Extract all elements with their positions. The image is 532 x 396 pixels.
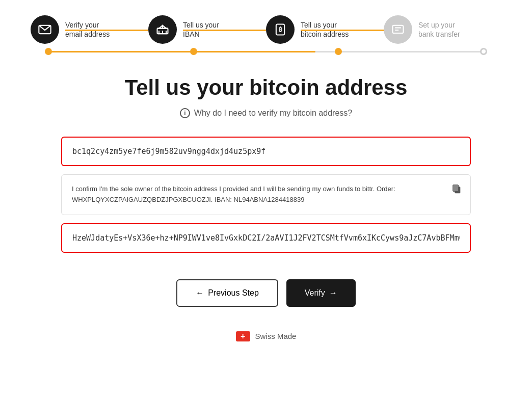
step-bank-transfer: Set up your bank transfer [384, 15, 501, 44]
info-icon[interactable]: i [180, 108, 190, 118]
confirm-text: I confirm I'm the sole owner of the bitc… [72, 185, 395, 203]
transfer-icon [391, 22, 405, 37]
previous-step-label: Previous Step [208, 288, 259, 298]
bitcoin-icon: ₿ [273, 22, 287, 37]
copy-icon[interactable] [451, 183, 462, 198]
verify-label: Verify [305, 288, 325, 298]
verify-button[interactable]: Verify → [286, 279, 356, 307]
step-label-bank-1: Set up your [418, 20, 460, 30]
form-area: I confirm I'm the sole owner of the bitc… [61, 137, 471, 261]
step-text-bank-transfer: Set up your bank transfer [418, 20, 460, 39]
step-icon-iban [148, 15, 177, 44]
step-label-iban-1: Tell us your [183, 20, 219, 30]
main-content: Tell us your bitcoin address i Why do I … [0, 55, 532, 341]
step-icon-bank-transfer [384, 15, 412, 44]
step-verify-email: Verify your email address [31, 15, 148, 44]
signature-input[interactable] [61, 223, 471, 253]
progress-line [31, 48, 501, 55]
progress-dot-3 [335, 48, 342, 55]
arrow-right-icon: → [329, 288, 337, 298]
stepper: Verify your email address Tell us your I… [0, 0, 532, 44]
confirm-box: I confirm I'm the sole owner of the bitc… [61, 174, 471, 215]
copy-svg [451, 183, 462, 194]
step-text-verify-email: Verify your email address [65, 20, 110, 39]
button-row: ← Previous Step Verify → [61, 279, 471, 307]
step-text-iban: Tell us your IBAN [183, 20, 219, 39]
svg-rect-10 [393, 25, 404, 33]
step-icon-verify-email [31, 15, 59, 44]
swiss-flag [236, 331, 250, 341]
step-label-bank-2: bank transfer [418, 30, 460, 39]
page-title: Tell us your bitcoin address [61, 75, 471, 100]
step-icon-bitcoin: ₿ [266, 15, 295, 44]
email-icon [38, 22, 52, 37]
step-text-bitcoin: Tell us your bitcoin address [301, 20, 349, 39]
step-iban: Tell us your IBAN [148, 15, 266, 44]
step-bitcoin: ₿ Tell us your bitcoin address [266, 15, 384, 44]
svg-text:₿: ₿ [279, 26, 282, 33]
step-label-verify-email-2: email address [65, 30, 110, 39]
bank-icon [155, 22, 170, 37]
progress-dots [45, 48, 487, 55]
swiss-made-label: Swiss Made [255, 332, 297, 340]
progress-dot-2 [190, 48, 197, 55]
footer: Swiss Made [61, 331, 471, 341]
step-label-verify-email-1: Verify your [65, 20, 110, 30]
step-label-bitcoin-2: bitcoin address [301, 30, 349, 39]
bitcoin-address-input[interactable] [61, 137, 471, 166]
progress-dot-1 [45, 48, 52, 55]
arrow-left-icon: ← [196, 288, 204, 298]
progress-dot-4 [480, 48, 487, 55]
subtitle-text: Why do I need to verify my bitcoin addre… [194, 109, 352, 118]
subtitle-row: i Why do I need to verify my bitcoin add… [61, 108, 471, 118]
previous-step-button[interactable]: ← Previous Step [176, 279, 278, 307]
step-label-bitcoin-1: Tell us your [301, 20, 349, 30]
step-label-iban-2: IBAN [183, 30, 219, 39]
svg-rect-14 [453, 185, 459, 192]
